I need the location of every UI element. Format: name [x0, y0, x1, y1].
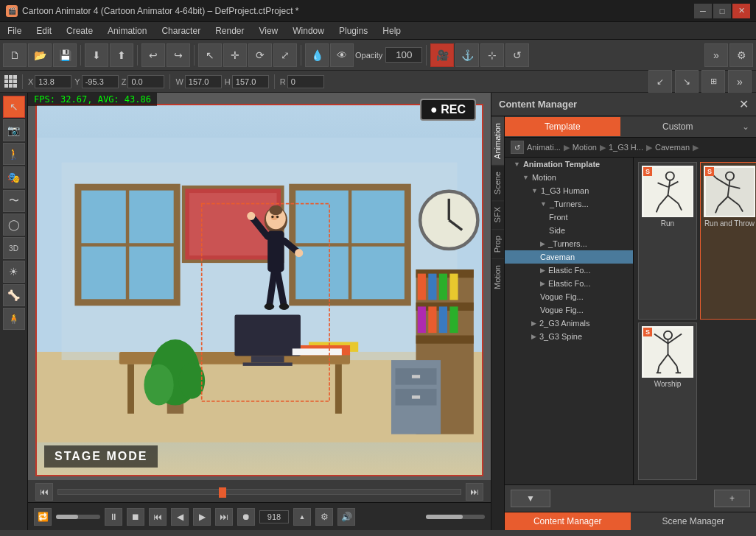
tree-vogue2[interactable]: Vogue Fig... [505, 303, 633, 317]
tool-puppet[interactable]: 🎭 [3, 166, 25, 188]
next-frame-btn[interactable]: ▶ [193, 508, 211, 526]
tool-wave[interactable]: 〜 [3, 190, 25, 212]
canvas-area[interactable]: FPS: 32.67, AVG: 43.86 ● REC [28, 93, 491, 530]
tab-template[interactable]: Template [505, 117, 620, 136]
tb-new[interactable]: 🗋 [3, 43, 27, 67]
footer-down-btn[interactable]: ▼ [511, 490, 550, 507]
stage[interactable]: STAGE MODE [35, 104, 483, 476]
tree-front[interactable]: Front [505, 211, 633, 224]
timeline-thumb[interactable] [219, 487, 226, 498]
x-input[interactable] [35, 75, 71, 88]
vtab-animation[interactable]: Animation [491, 116, 504, 165]
tree-3g3spine[interactable]: ▶ 3_G3 Spine [505, 330, 633, 343]
tb-pick[interactable]: 💧 [305, 43, 329, 67]
thumb-run-and-throw[interactable]: S [700, 162, 756, 320]
tb-redo[interactable]: ↪ [167, 43, 190, 67]
tool-select[interactable]: ↖ [3, 96, 25, 118]
tb-anchor[interactable]: ⚓ [455, 43, 479, 67]
bottom-tab-scene[interactable]: Scene Manager [631, 512, 757, 530]
minimize-button[interactable]: ─ [694, 4, 712, 18]
timeline-bar[interactable] [57, 489, 461, 495]
bottom-tab-content[interactable]: Content Manager [505, 512, 631, 530]
tool-3d[interactable]: 3D [3, 237, 25, 259]
loop-btn[interactable]: 🔁 [34, 508, 52, 526]
vtab-sfx[interactable]: SFX [491, 200, 504, 228]
tree-elastic1[interactable]: ▶ Elastic Fo... [505, 264, 633, 277]
tool-circle[interactable]: ◯ [3, 214, 25, 236]
tool-light[interactable]: ☀ [3, 261, 25, 283]
next-key-btn[interactable]: ⏭ [215, 508, 233, 526]
bc-item-3[interactable]: Caveman [655, 143, 690, 152]
z-input[interactable] [127, 75, 164, 88]
r-input[interactable] [287, 75, 324, 88]
timeline-start[interactable]: ⏮ [35, 483, 53, 501]
bc-item-1[interactable]: Motion [573, 143, 597, 152]
tree-1g3human[interactable]: ▼ 1_G3 Human [505, 184, 633, 197]
tree-caveman[interactable]: Caveman [505, 250, 633, 264]
vtab-prop[interactable]: Prop [491, 229, 504, 258]
tb-export[interactable]: ⬆ [110, 43, 133, 67]
menu-window[interactable]: Window [285, 22, 332, 39]
tool-bone[interactable]: 🦴 [3, 284, 25, 306]
menu-render[interactable]: Render [208, 22, 251, 39]
rotate-left-btn[interactable]: ↙ [648, 70, 672, 94]
w-input[interactable] [185, 75, 222, 88]
record-btn[interactable]: ⏺ [237, 508, 255, 526]
tb-rotate[interactable]: ⟳ [248, 43, 272, 67]
bc-back-btn[interactable]: ↺ [511, 141, 524, 154]
more-coord-btn[interactable]: » [728, 70, 752, 94]
play-btn[interactable]: ⏸ [105, 508, 122, 526]
menu-character[interactable]: Character [154, 22, 208, 39]
menu-file[interactable]: File [0, 22, 29, 39]
tb-more[interactable]: » [704, 43, 728, 67]
grid-selector[interactable] [4, 75, 17, 88]
tool-camera[interactable]: 📷 [3, 119, 25, 141]
h-input[interactable] [232, 75, 269, 88]
frame-input[interactable] [259, 510, 289, 523]
close-button[interactable]: ✕ [732, 4, 750, 18]
align-btn[interactable]: ⊞ [701, 70, 725, 94]
menu-help[interactable]: Help [375, 22, 408, 39]
menu-edit[interactable]: Edit [29, 22, 59, 39]
tool-person[interactable]: 🚶 [3, 143, 25, 165]
tb-save[interactable]: 💾 [53, 43, 77, 67]
tree-turners2[interactable]: ▶ _Turners... [505, 237, 633, 250]
opacity-input[interactable] [385, 47, 422, 63]
thumb-worship[interactable]: S [638, 322, 697, 480]
tree-side[interactable]: Side [505, 224, 633, 237]
tree-vogue1[interactable]: Vogue Fig... [505, 290, 633, 303]
menu-animation[interactable]: Animation [100, 22, 154, 39]
bc-item-2[interactable]: 1_G3 H... [609, 143, 643, 152]
thumb-run[interactable]: S [638, 162, 697, 320]
frame-up[interactable]: ▲ [293, 508, 311, 526]
menu-create[interactable]: Create [59, 22, 100, 39]
tb-undo[interactable]: ↩ [141, 43, 165, 67]
prev-key-btn[interactable]: ⏮ [149, 508, 167, 526]
tb-open[interactable]: 📂 [28, 43, 52, 67]
tab-dropdown[interactable]: ⌄ [735, 116, 756, 137]
tree-animation-template[interactable]: ▼ Animation Template [505, 158, 633, 171]
content-manager-close[interactable]: ✕ [739, 97, 749, 111]
tree-turners1[interactable]: ▼ _Turners... [505, 197, 633, 211]
vtab-scene[interactable]: Scene [491, 165, 504, 200]
tab-custom[interactable]: Custom [620, 117, 736, 136]
rec-button[interactable]: ● REC [420, 99, 476, 121]
tb-import[interactable]: ⬇ [85, 43, 108, 67]
settings-btn[interactable]: ⚙ [315, 508, 333, 526]
rotate-right-btn[interactable]: ↘ [675, 70, 699, 94]
tree-motion[interactable]: ▼ Motion [505, 171, 633, 184]
timeline-end[interactable]: ⏭ [466, 483, 483, 501]
vtab-motion[interactable]: Motion [491, 258, 504, 295]
menu-plugins[interactable]: Plugins [332, 22, 375, 39]
audio-btn[interactable]: 🔊 [337, 508, 355, 526]
prev-frame-btn[interactable]: ◀ [171, 508, 189, 526]
tb-move[interactable]: ✛ [223, 43, 247, 67]
maximize-button[interactable]: □ [713, 4, 731, 18]
stop-btn[interactable]: ⏹ [127, 508, 144, 526]
tb-settings[interactable]: ⚙ [729, 43, 753, 67]
tool-body[interactable]: 🧍 [3, 308, 25, 330]
menu-view[interactable]: View [251, 22, 285, 39]
footer-add-btn[interactable]: + [714, 490, 750, 507]
y-input[interactable] [82, 75, 119, 88]
tb-record[interactable]: 🎥 [430, 43, 454, 67]
